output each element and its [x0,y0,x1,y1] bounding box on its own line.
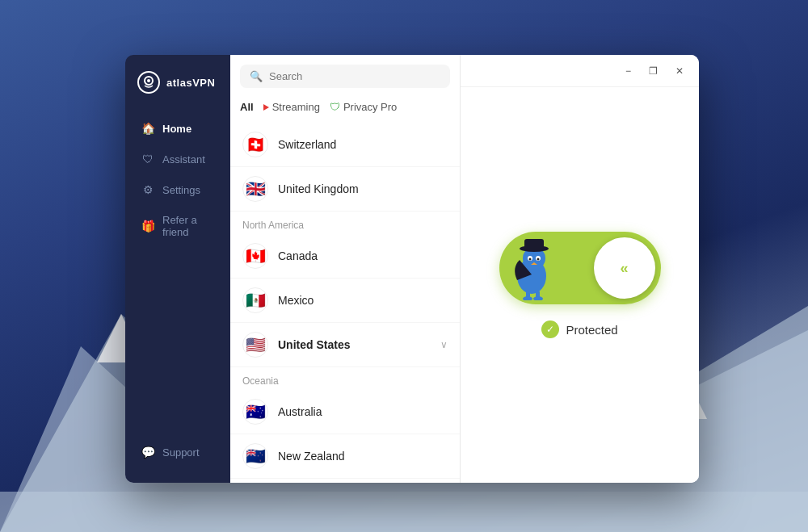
section-north-america: North America [230,212,460,234]
app-window: atlasVPN 🏠 Home 🛡 Assistant ⚙ Settings 🎁… [125,55,699,483]
minimize-button[interactable]: − [622,65,634,77]
server-item-canada[interactable]: 🇨🇦 Canada [230,234,460,279]
privacy-shield-icon: 🛡 [330,101,340,113]
vpn-status-area: « ✓ Protected [461,87,699,483]
chevron-down-icon: ∨ [440,339,448,350]
sidebar-item-settings[interactable]: ⚙ Settings [132,175,224,204]
toggle-knob: « [594,237,655,299]
status-check-icon: ✓ [541,320,559,338]
search-input-wrap[interactable]: 🔍 [240,65,450,88]
mascot-svg [503,236,568,300]
server-item-united-kingdom[interactable]: 🇬🇧 United Kingdom [230,167,460,212]
vpn-toggle[interactable]: « [499,232,661,304]
search-box: 🔍 [230,55,460,94]
server-name-new-zealand: New Zealand [278,450,448,463]
sidebar-item-label-home: Home [162,123,191,135]
gear-icon: ⚙ [141,183,154,196]
server-item-mexico[interactable]: 🇲🇽 Mexico [230,279,460,323]
section-south-america: South America [230,479,460,483]
flag-australia: 🇦🇺 [242,399,268,425]
svg-point-22 [533,296,543,300]
right-panel: − ❐ ✕ [461,55,699,483]
home-icon: 🏠 [141,122,154,135]
sidebar-item-label-support: Support [162,446,200,459]
flag-canada: 🇨🇦 [242,243,268,269]
streaming-icon [263,104,269,111]
flag-new-zealand: 🇳🇿 [242,443,268,469]
sidebar-logo: atlasVPN [125,71,230,114]
server-name-united-states: United States [278,338,431,351]
section-oceania: Oceania [230,367,460,390]
server-name-mexico: Mexico [278,294,448,307]
server-item-switzerland[interactable]: 🇨🇭 Switzerland [230,123,460,167]
server-name-switzerland: Switzerland [278,138,448,151]
close-button[interactable]: ✕ [672,65,687,77]
server-list: 🇨🇭 Switzerland 🇬🇧 United Kingdom North A… [230,123,460,483]
check-mark: ✓ [546,324,554,335]
filter-tabs: All Streaming 🛡 Privacy Pro [230,94,460,123]
app-name: atlasVPN [166,77,215,89]
logo-icon [137,71,160,94]
vpn-status-badge: ✓ Protected [541,320,617,338]
chat-icon: 💬 [141,446,154,459]
gift-icon: 🎁 [141,220,154,232]
server-name-canada: Canada [278,249,448,262]
svg-rect-13 [524,239,544,250]
vpn-status-label: Protected [566,323,617,337]
tab-all[interactable]: All [240,98,254,116]
svg-rect-7 [0,492,808,532]
tab-privacy-pro-label: Privacy Pro [343,101,397,113]
search-input[interactable] [269,70,440,82]
svg-point-16 [528,258,531,261]
shield-icon: 🛡 [141,153,154,165]
svg-point-21 [523,296,532,300]
sidebar-item-label-refer: Refer a friend [162,214,214,238]
svg-point-9 [147,79,150,82]
title-bar: − ❐ ✕ [461,55,699,87]
sidebar-item-home[interactable]: 🏠 Home [132,114,224,143]
svg-point-17 [537,258,539,261]
tab-streaming-label: Streaming [272,101,320,113]
flag-united-states: 🇺🇸 [242,332,268,358]
toggle-arrows-icon: « [620,260,628,277]
sidebar-item-label-assistant: Assistant [162,153,205,165]
server-name-australia: Australia [278,405,448,418]
flag-united-kingdom: 🇬🇧 [242,176,268,202]
flag-switzerland: 🇨🇭 [242,132,268,157]
server-item-united-states[interactable]: 🇺🇸 United States ∨ [230,323,460,367]
sidebar-item-label-settings: Settings [162,184,200,196]
sidebar-item-support[interactable]: 💬 Support [132,438,224,467]
flag-mexico: 🇲🇽 [242,287,268,313]
search-icon: 🔍 [250,70,263,82]
server-panel: 🔍 All Streaming 🛡 Privacy Pro 🇨🇭 [230,55,461,483]
sidebar-item-refer[interactable]: 🎁 Refer a friend [132,206,224,246]
sidebar-item-assistant[interactable]: 🛡 Assistant [132,145,224,174]
maximize-button[interactable]: ❐ [646,65,661,77]
sidebar: atlasVPN 🏠 Home 🛡 Assistant ⚙ Settings 🎁… [125,55,230,483]
nav-items: 🏠 Home 🛡 Assistant ⚙ Settings 🎁 Refer a … [125,114,230,438]
main-content: 🔍 All Streaming 🛡 Privacy Pro 🇨🇭 [230,55,699,483]
sidebar-bottom: 💬 Support [125,438,230,467]
tab-privacy-pro[interactable]: 🛡 Privacy Pro [330,101,397,113]
tab-streaming[interactable]: Streaming [263,101,320,113]
server-item-australia[interactable]: 🇦🇺 Australia [230,390,460,434]
server-name-united-kingdom: United Kingdom [278,182,448,195]
server-item-new-zealand[interactable]: 🇳🇿 New Zealand [230,434,460,479]
